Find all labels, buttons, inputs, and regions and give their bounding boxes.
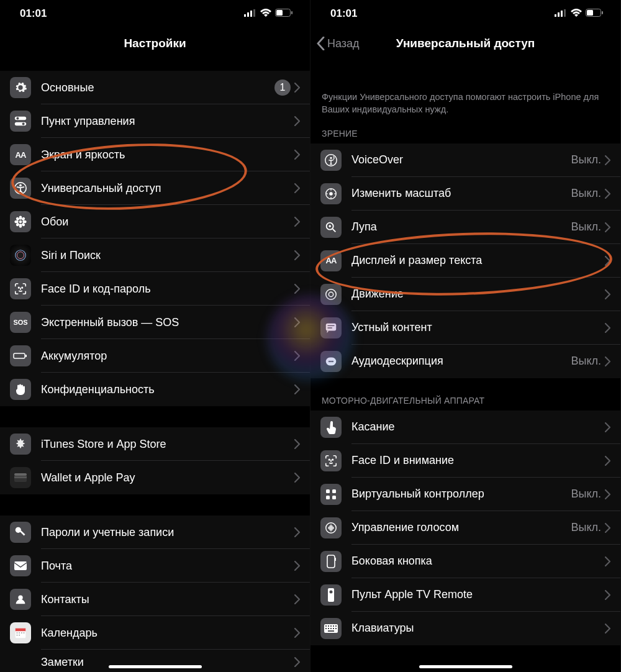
svg-point-15 — [19, 224, 22, 227]
chevron-right-icon — [294, 150, 310, 160]
svg-rect-33 — [14, 561, 27, 570]
row-itunes[interactable]: iTunes Store и App Store — [0, 427, 310, 461]
row-faceid[interactable]: Face ID и код-пароль — [0, 272, 310, 306]
svg-rect-45 — [561, 11, 563, 17]
row-label: Wallet и Apple Pay — [31, 471, 294, 484]
side-button-icon — [320, 551, 342, 572]
row-wallpaper[interactable]: Обои — [0, 205, 310, 238]
row-label: Движение — [342, 288, 605, 301]
row-wallet[interactable]: Wallet и Apple Pay — [0, 461, 310, 494]
wifi-icon — [571, 7, 582, 20]
row-apple-tv-remote[interactable]: Пульт Apple TV Remote — [310, 578, 620, 612]
home-indicator[interactable] — [419, 665, 512, 668]
mail-icon — [10, 555, 31, 576]
row-calendar[interactable]: Календарь — [0, 616, 310, 650]
back-button[interactable]: Назад — [317, 37, 360, 50]
svg-rect-80 — [328, 628, 329, 629]
row-label: iTunes Store и App Store — [31, 438, 294, 451]
row-switch-control[interactable]: Виртуальный контроллер Выкл. — [310, 478, 620, 511]
gear-icon — [10, 77, 31, 98]
row-spoken-content[interactable]: Устный контент — [310, 311, 620, 345]
row-magnifier[interactable]: Лупа Выкл. — [310, 211, 620, 244]
row-keyboards[interactable]: Клавиатуры — [310, 612, 620, 645]
row-display-text-size[interactable]: AA Дисплей и размер текста — [310, 244, 620, 278]
row-privacy[interactable]: Конфиденциальность — [0, 373, 310, 406]
status-time: 01:01 — [330, 7, 357, 20]
row-voice-control[interactable]: Управление голосом Выкл. — [310, 511, 620, 545]
svg-rect-77 — [333, 625, 334, 627]
settings-group: iTunes Store и App Store Wallet и Apple … — [0, 427, 310, 494]
page-title: Настройки — [124, 37, 186, 50]
row-mail[interactable]: Почта — [0, 549, 310, 583]
hand-icon — [10, 379, 31, 400]
page-title: Универсальный доступ — [396, 37, 535, 50]
row-siri[interactable]: Siri и Поиск — [0, 238, 310, 272]
row-label: Пульт Apple TV Remote — [342, 588, 605, 601]
battery-icon — [586, 7, 603, 20]
row-battery[interactable]: Аккумулятор — [0, 339, 310, 373]
nav-bar: Назад Универсальный доступ — [310, 27, 620, 60]
svg-point-34 — [18, 596, 22, 600]
row-label: Siri и Поиск — [31, 249, 294, 262]
row-label: Аккумулятор — [31, 350, 294, 363]
row-value: Выкл. — [571, 153, 605, 166]
speech-icon — [320, 317, 342, 338]
svg-rect-3 — [253, 9, 255, 17]
row-motion[interactable]: Движение — [310, 278, 620, 311]
row-passwords[interactable]: Пароли и учетные записи — [0, 515, 310, 549]
battery-icon — [275, 7, 292, 20]
chevron-right-icon — [294, 594, 310, 604]
row-sos[interactable]: SOS Экстренный вызов — SOS — [0, 306, 310, 339]
wifi-icon — [260, 7, 271, 20]
svg-rect-32 — [20, 530, 25, 535]
row-label: Конфиденциальность — [31, 383, 294, 396]
svg-point-12 — [19, 184, 22, 187]
home-indicator[interactable] — [109, 665, 202, 668]
svg-rect-74 — [325, 625, 327, 627]
row-display-brightness[interactable]: AA Экран и яркость — [0, 138, 310, 171]
svg-rect-27 — [25, 355, 27, 357]
svg-point-53 — [329, 192, 333, 196]
chevron-right-icon — [605, 489, 620, 499]
accessibility-list[interactable]: Функции Универсального доступа помогают … — [310, 60, 620, 645]
settings-list[interactable]: Основные 1 Пункт управления AA Экран и я… — [0, 60, 310, 672]
chevron-right-icon — [605, 256, 620, 266]
row-touch[interactable]: Касание — [310, 411, 620, 444]
row-contacts[interactable]: Контакты — [0, 583, 310, 616]
row-audio-description[interactable]: Аудиодескрипция Выкл. — [310, 345, 620, 378]
svg-rect-42 — [19, 635, 20, 636]
row-label: VoiceOver — [342, 153, 571, 166]
row-label: Экстренный вызов — SOS — [31, 316, 294, 329]
row-control-center[interactable]: Пункт управления — [0, 104, 310, 138]
row-zoom[interactable]: Изменить масштаб Выкл. — [310, 177, 620, 211]
svg-rect-38 — [19, 632, 20, 633]
row-notes[interactable]: Заметки — [0, 650, 310, 672]
chevron-right-icon — [605, 155, 620, 165]
svg-rect-5 — [276, 10, 283, 16]
remote-icon — [320, 584, 342, 606]
contacts-icon — [10, 589, 31, 610]
back-label: Назад — [327, 37, 360, 50]
svg-rect-71 — [328, 588, 334, 602]
row-accessibility[interactable]: Универсальный доступ — [0, 171, 310, 205]
status-time: 01:01 — [20, 7, 47, 20]
svg-point-17 — [22, 220, 26, 224]
row-label: Дисплей и размер текста — [342, 254, 605, 267]
row-general[interactable]: Основные 1 — [0, 71, 310, 104]
accessibility-icon — [10, 178, 31, 199]
chevron-right-icon — [294, 250, 310, 260]
chevron-right-icon — [294, 317, 310, 327]
chevron-right-icon — [294, 527, 310, 537]
row-side-button[interactable]: Боковая кнопка — [310, 545, 620, 578]
chevron-right-icon — [605, 523, 620, 533]
svg-rect-79 — [325, 628, 327, 629]
row-value: Выкл. — [571, 187, 605, 200]
key-icon — [10, 522, 31, 543]
row-voiceover[interactable]: VoiceOver Выкл. — [310, 143, 620, 177]
siri-icon — [10, 245, 31, 266]
chevron-right-icon — [294, 217, 310, 227]
row-faceid-attention[interactable]: Face ID и внимание — [310, 444, 620, 478]
svg-point-72 — [330, 590, 333, 593]
svg-rect-65 — [332, 489, 336, 493]
svg-point-56 — [329, 292, 333, 296]
